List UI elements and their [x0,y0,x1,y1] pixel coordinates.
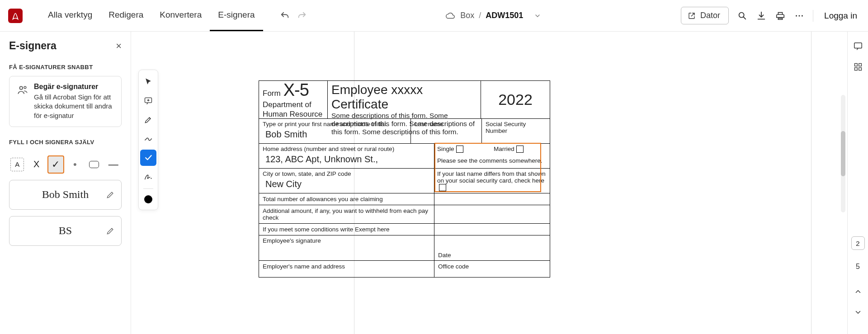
form-word: Form [263,89,281,98]
initials-preview: BS [59,225,72,237]
form-year-cell: 2022 [481,81,550,118]
annotate-toolbar [138,70,158,210]
breadcrumb-cloud-label[interactable]: Box [460,11,474,20]
card-title: Begär e-signaturer [34,83,114,91]
text-a-icon: A [10,158,24,171]
single-checkbox[interactable] [456,146,463,153]
comments-note: Please see the comments somewhere. [437,157,547,164]
print-icon[interactable] [775,10,786,21]
panel-header: E-signera × [9,40,122,52]
comments-panel-icon[interactable] [852,40,864,52]
fill-rect-tool[interactable] [86,155,102,174]
pointer-tool-icon[interactable] [140,74,156,90]
scrollbar-thumb[interactable] [841,131,845,176]
first-name-cell: Type or print your first name and middle… [259,119,411,143]
main-area: E-signera × FÅ E-SIGNATURER SNABBT Begär… [0,32,868,334]
signature-box[interactable]: Bob Smith [9,180,122,210]
tab-convert[interactable]: Konvertera [151,0,210,31]
breadcrumb-doc-name[interactable]: ADW1501 [486,11,523,20]
edit-initials-icon[interactable] [106,226,115,235]
fill-dot-tool[interactable]: • [67,155,83,174]
panel-title: E-signera [9,40,57,52]
chevron-down-icon[interactable] [532,10,543,21]
close-icon[interactable]: × [116,40,122,52]
cloud-icon [445,10,456,21]
color-swatch-icon[interactable] [144,195,152,203]
svg-rect-10 [859,64,861,66]
page-current[interactable]: 2 [851,236,865,250]
allowances-label: Total number of allowances you are claim… [259,193,434,205]
initials-box[interactable]: BS [9,216,122,246]
dept-line2: Human Resource [263,110,324,119]
svg-point-5 [24,86,26,89]
login-button[interactable]: Logga in [821,11,860,21]
document-canvas[interactable]: Form X-5 Department of Human Resource Em… [131,32,847,334]
form-title-cell: Employee xxxxx Certificate Some descript… [328,81,481,118]
save-to-computer-button[interactable]: Dator [681,7,729,24]
undo-icon[interactable] [279,10,290,21]
signature-preview: Bob Smith [42,188,89,201]
more-icon[interactable] [794,10,805,21]
first-name-value[interactable]: Bob Smith [263,127,407,141]
rect-icon [89,161,99,168]
form-title: Employee xxxxx Certificate [331,83,477,112]
svg-point-0 [739,12,744,17]
form-document: Form X-5 Department of Human Resource Em… [259,80,550,278]
vertical-scrollbar[interactable] [841,95,845,212]
first-name-label: Type or print your first name and middle… [263,121,407,127]
svg-rect-11 [854,68,857,71]
tab-all-tools[interactable]: Alla verktyg [40,0,100,31]
exempt-value[interactable] [434,224,550,235]
svg-point-4 [20,86,23,89]
ssn-cell: Social Security Number [482,119,550,143]
request-signatures-card[interactable]: Begär e-signaturer Gå till Acrobat Sign … [9,76,122,127]
city-label: City or town, state, and ZIP code [263,170,430,177]
toolbar-separator [143,188,153,189]
page-total: 5 [856,263,860,271]
additional-label: Additional amount, if any, you want to w… [259,205,434,223]
fill-text-tool[interactable]: A [9,155,25,174]
highlight-tool-icon[interactable] [140,112,156,128]
fill-line-tool[interactable]: — [105,155,122,174]
address-value[interactable]: 123, ABC Apt, Unknown St., [263,152,430,166]
address-cell: Home address (number and street or rural… [259,144,434,168]
office-label: Office code [434,261,550,277]
checkmark-tool-icon[interactable] [140,150,156,166]
marital-row: Single Married [437,146,547,153]
exempt-label: If you meet some conditions write Exempt… [259,224,434,235]
page-down-icon[interactable] [852,306,864,319]
svg-point-1 [796,15,797,16]
form-code-cell: Form X-5 Department of Human Resource [259,81,328,118]
svg-point-7 [151,178,151,179]
add-text-comment-icon[interactable] [140,93,156,109]
employer-label: Employer's name and address [259,261,434,277]
tab-edit[interactable]: Redigera [100,0,151,31]
lastname-diff-cell: If your last name differs from that show… [434,169,550,193]
acrobat-logo-icon [8,9,23,23]
divider [813,10,813,22]
search-icon[interactable] [737,10,748,21]
draw-freehand-icon[interactable] [140,131,156,147]
fill-cross-tool[interactable]: X [28,155,44,174]
people-icon [17,84,28,96]
lastname-diff-checkbox[interactable] [439,184,446,191]
form-code: X-5 [283,80,309,100]
panels-grid-icon[interactable] [852,61,864,73]
fill-check-tool[interactable]: ✓ [47,155,64,174]
married-checkbox[interactable] [516,146,524,153]
city-cell: City or town, state, and ZIP code New Ci… [259,169,434,193]
tab-esign[interactable]: E-signera [210,0,263,31]
date-label: Date [434,235,550,260]
edit-signature-icon[interactable] [106,190,115,199]
dept-line1: Department of [263,101,324,109]
download-icon[interactable] [756,10,767,21]
redo-icon[interactable] [297,10,307,21]
esign-panel: E-signera × FÅ E-SIGNATURER SNABBT Begär… [0,32,131,334]
allowances-value[interactable] [434,193,550,205]
sign-tool-icon[interactable] [140,169,156,185]
additional-value[interactable] [434,205,550,223]
main-tabs: Alla verktyg Redigera Konvertera E-signe… [40,0,263,31]
city-value[interactable]: New City [263,177,430,191]
page-up-icon[interactable] [852,285,864,298]
top-toolbar: Alla verktyg Redigera Konvertera E-signe… [0,0,868,32]
